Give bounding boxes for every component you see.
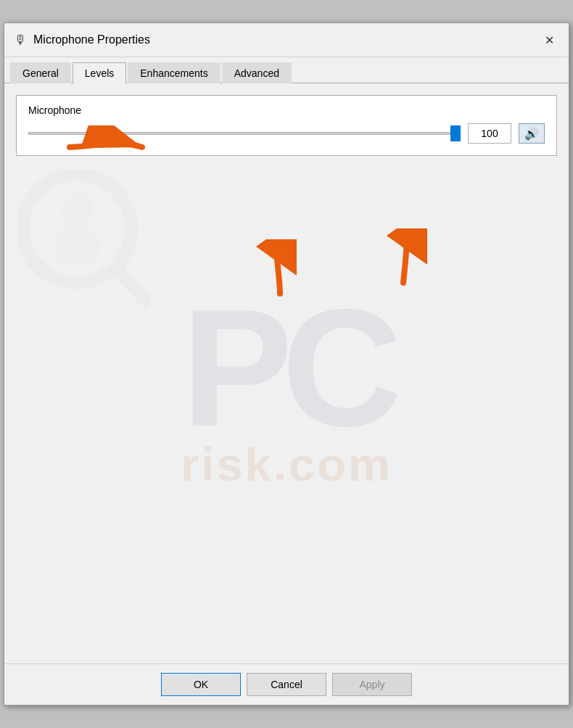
cancel-button[interactable]: Cancel [247, 673, 326, 696]
arrow-2 [251, 239, 309, 299]
ok-button[interactable]: OK [161, 673, 241, 696]
volume-slider-container[interactable] [28, 125, 461, 142]
section-label: Microphone [28, 104, 545, 116]
tab-bar: General Levels Enhancements Advanced [4, 57, 569, 83]
close-button[interactable]: ✕ [538, 29, 560, 51]
microphone-section: Microphone 🔊 [16, 95, 557, 156]
tab-advanced[interactable]: Advanced [222, 62, 292, 83]
watermark-risk-text: risk.com [181, 437, 392, 492]
apply-button[interactable]: Apply [332, 673, 412, 696]
content-area: Microphone 🔊 [4, 83, 569, 663]
slider-track [28, 132, 461, 135]
watermark: PC risk.com [4, 141, 569, 620]
footer: OK Cancel Apply [4, 663, 569, 705]
volume-input[interactable] [468, 123, 511, 144]
title-bar-left: 🎙 Microphone Properties [13, 31, 150, 49]
watermark-pc-text: PC [181, 285, 392, 452]
tab-general[interactable]: General [10, 62, 71, 83]
svg-point-2 [61, 194, 93, 226]
slider-thumb[interactable] [450, 125, 461, 141]
speaker-icon: 🔊 [524, 127, 539, 141]
speaker-button[interactable]: 🔊 [519, 123, 545, 144]
window-title: Microphone Properties [33, 33, 150, 46]
svg-line-1 [117, 268, 146, 301]
dialog-window: 🎙 Microphone Properties ✕ General Levels… [4, 22, 569, 706]
watermark-magnifier-svg [19, 170, 149, 308]
svg-point-3 [54, 226, 100, 267]
slider-fill [29, 133, 460, 134]
tab-enhancements[interactable]: Enhancements [128, 62, 220, 83]
title-bar: 🎙 Microphone Properties ✕ [4, 23, 569, 57]
level-row: 🔊 [28, 123, 545, 144]
microphone-icon: 🎙 [13, 31, 28, 49]
arrow-3 [374, 228, 432, 289]
tab-levels[interactable]: Levels [73, 62, 126, 83]
svg-point-0 [22, 174, 131, 283]
